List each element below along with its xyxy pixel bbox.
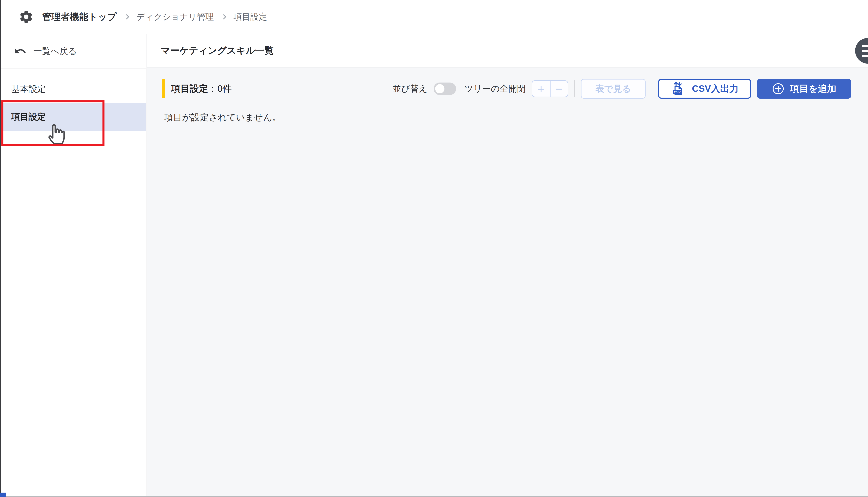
add-button-label: 項目を追加 (790, 83, 836, 95)
sidebar: 一覧へ戻る 基本設定 項目設定 (0, 34, 146, 497)
breadcrumb-separator-icon (124, 14, 129, 19)
window-edge-line (0, 496, 868, 497)
item-count: 項目設定 ： 0件 (162, 79, 232, 98)
sidebar-item-basic-settings[interactable]: 基本設定 (0, 75, 146, 103)
breadcrumb: 管理者機能トップ ディクショナリ管理 項目設定 (0, 0, 868, 34)
sidebar-menu: 基本設定 項目設定 (0, 69, 146, 131)
breadcrumb-separator-icon (221, 14, 226, 19)
main-panel: マーケティングスキル一覧 項目設定 ： 0件 並び替え ツリーの全開閉 (147, 34, 868, 497)
count-value: 0件 (218, 83, 232, 95)
corner-artifact (0, 493, 6, 497)
app-window: 管理者機能トップ ディクショナリ管理 項目設定 一覧へ戻る 基本設定 項目設定 … (0, 0, 868, 497)
list-toolbar: 項目設定 ： 0件 並び替え ツリーの全開閉 + − 表で見る (162, 79, 851, 99)
toolbar-divider (574, 80, 575, 97)
svg-text:CSV: CSV (674, 90, 681, 94)
page-title: マーケティングスキル一覧 (161, 44, 274, 57)
sidebar-item-label: 基本設定 (11, 83, 46, 95)
sort-toggle[interactable] (434, 83, 456, 95)
count-separator: ： (208, 83, 218, 95)
breadcrumb-item-item-settings: 項目設定 (234, 11, 267, 23)
back-to-list-label: 一覧へ戻る (33, 45, 77, 57)
sidebar-item-item-settings[interactable]: 項目設定 (0, 103, 146, 131)
breadcrumb-item-dictionary[interactable]: ディクショナリ管理 (137, 11, 214, 23)
table-view-button: 表で見る (581, 79, 646, 99)
csv-button-label: CSV入出力 (692, 83, 739, 95)
section-label: 項目設定 (171, 83, 208, 95)
toolbar-controls: 並び替え ツリーの全開閉 + − 表で見る (393, 79, 851, 99)
hamburger-menu-icon (862, 55, 868, 57)
breadcrumb-item-admin-top[interactable]: 管理者機能トップ (42, 11, 117, 23)
return-arrow-icon (14, 45, 27, 57)
tree-expand-label: ツリーの全開閉 (464, 83, 526, 95)
sidebar-item-label: 項目設定 (11, 111, 46, 123)
sort-label: 並び替え (393, 83, 428, 95)
hamburger-menu-icon (862, 45, 868, 47)
toolbar-divider (652, 80, 652, 97)
back-to-list-link[interactable]: 一覧へ戻る (0, 34, 146, 69)
gear-icon (18, 9, 34, 25)
tree-expand-collapse-group: + − (532, 80, 568, 97)
csv-import-export-icon: CSV (671, 81, 687, 97)
collapse-all-button[interactable]: − (550, 81, 568, 97)
plus-circle-icon (772, 82, 785, 95)
expand-all-button[interactable]: + (532, 81, 550, 97)
main-header: マーケティングスキル一覧 (147, 34, 868, 68)
section-accent-bar (162, 79, 165, 98)
csv-import-export-button[interactable]: CSV CSV入出力 (658, 79, 751, 99)
add-item-button[interactable]: 項目を追加 (757, 79, 851, 99)
toggle-knob (435, 84, 445, 94)
window-edge-line (0, 0, 1, 497)
hamburger-menu-icon (862, 50, 868, 52)
menu-button[interactable] (855, 38, 868, 63)
empty-state-message: 項目が設定されていません。 (164, 111, 281, 123)
